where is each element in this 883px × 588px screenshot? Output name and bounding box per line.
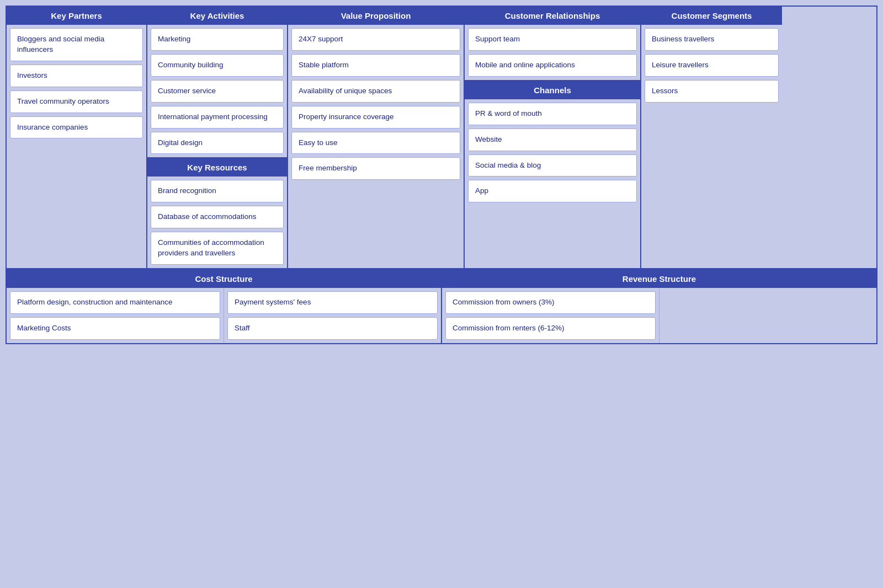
list-item: 24X7 support — [291, 28, 460, 51]
key-resources-cards: Brand recognitionDatabase of accommodati… — [147, 177, 287, 268]
revenue-left: Commission from owners (3%)Commission fr… — [442, 288, 659, 343]
list-item: Investors — [10, 65, 143, 87]
list-item: Easy to use — [291, 132, 460, 154]
customer-relationships-cards: Support teamMobile and online applicatio… — [465, 25, 640, 80]
cost-inner: Platform design, construction and mainte… — [7, 288, 441, 343]
list-item: Business travellers — [645, 28, 779, 51]
channels-header: Channels — [465, 81, 640, 99]
list-item: Marketing Costs — [10, 317, 220, 340]
business-model-canvas: Key Partners Bloggers and social media i… — [6, 6, 877, 344]
list-item: Commission from renters (6-12%) — [445, 317, 656, 340]
list-item: App — [468, 180, 637, 202]
list-item: Support team — [468, 28, 637, 51]
top-section: Key Partners Bloggers and social media i… — [7, 7, 876, 270]
list-item: Website — [468, 129, 637, 151]
revenue-structure-header: Revenue Structure — [442, 270, 876, 288]
cost-structure-header: Cost Structure — [7, 270, 441, 288]
key-partners-cards: Bloggers and social media influencersInv… — [7, 25, 146, 142]
list-item: Customer service — [151, 80, 284, 103]
list-item: Communities of accommodation providers a… — [151, 232, 284, 265]
col-cost-structure: Cost Structure Platform design, construc… — [7, 270, 442, 343]
value-proposition-cards: 24X7 supportStable platformAvailability … — [288, 25, 464, 183]
col-customer-segments: Customer Segments Business travellersLei… — [641, 7, 782, 268]
list-item: Mobile and online applications — [468, 54, 637, 77]
col-customer-relationships: Customer Relationships Support teamMobil… — [465, 7, 640, 81]
list-item: Lessors — [645, 80, 779, 103]
list-item: Digital design — [151, 132, 284, 154]
value-proposition-header: Value Proposition — [288, 7, 464, 25]
col-cr-channels: Customer Relationships Support teamMobil… — [465, 7, 641, 268]
list-item: Leisure travellers — [645, 54, 779, 77]
list-item: Travel community operators — [10, 90, 143, 113]
col-channels: Channels PR & word of mouthWebsiteSocial… — [465, 81, 640, 206]
customer-segments-cards: Business travellersLeisure travellersLes… — [641, 25, 782, 106]
list-item: Database of accommodations — [151, 206, 284, 228]
list-item: PR & word of mouth — [468, 103, 637, 125]
cost-right: Payment systems' feesStaff — [224, 288, 441, 343]
list-item: Bloggers and social media influencers — [10, 28, 143, 61]
list-item: Platform design, construction and mainte… — [10, 291, 220, 314]
customer-relationships-header: Customer Relationships — [465, 7, 640, 25]
key-partners-header: Key Partners — [7, 7, 146, 25]
col-key-partners: Key Partners Bloggers and social media i… — [7, 7, 147, 268]
cost-left: Platform design, construction and mainte… — [7, 288, 224, 343]
col-value-proposition: Value Proposition 24X7 supportStable pla… — [288, 7, 465, 268]
list-item: Free membership — [291, 157, 460, 180]
col-activities-resources: Key Activities MarketingCommunity buildi… — [147, 7, 288, 268]
list-item: Property insurance coverage — [291, 106, 460, 129]
customer-segments-header: Customer Segments — [641, 7, 782, 25]
list-item: International payment processing — [151, 106, 284, 129]
revenue-inner: Commission from owners (3%)Commission fr… — [442, 288, 876, 343]
list-item: Stable platform — [291, 54, 460, 77]
list-item: Availability of unique spaces — [291, 80, 460, 103]
list-item: Insurance companies — [10, 116, 143, 139]
col-key-activities: Key Activities MarketingCommunity buildi… — [147, 7, 287, 158]
list-item: Social media & blog — [468, 154, 637, 177]
list-item: Commission from owners (3%) — [445, 291, 656, 314]
revenue-right — [659, 288, 876, 343]
bottom-section: Cost Structure Platform design, construc… — [7, 270, 876, 343]
list-item: Marketing — [151, 28, 284, 51]
key-activities-header: Key Activities — [147, 7, 287, 25]
col-key-resources: Key Resources Brand recognitionDatabase … — [147, 158, 287, 268]
channels-cards: PR & word of mouthWebsiteSocial media & … — [465, 99, 640, 206]
list-item: Staff — [227, 317, 438, 340]
list-item: Payment systems' fees — [227, 291, 438, 314]
col-revenue-structure: Revenue Structure Commission from owners… — [442, 270, 876, 343]
list-item: Brand recognition — [151, 180, 284, 202]
key-activities-cards: MarketingCommunity buildingCustomer serv… — [147, 25, 287, 157]
list-item: Community building — [151, 54, 284, 77]
key-resources-header: Key Resources — [147, 158, 287, 177]
